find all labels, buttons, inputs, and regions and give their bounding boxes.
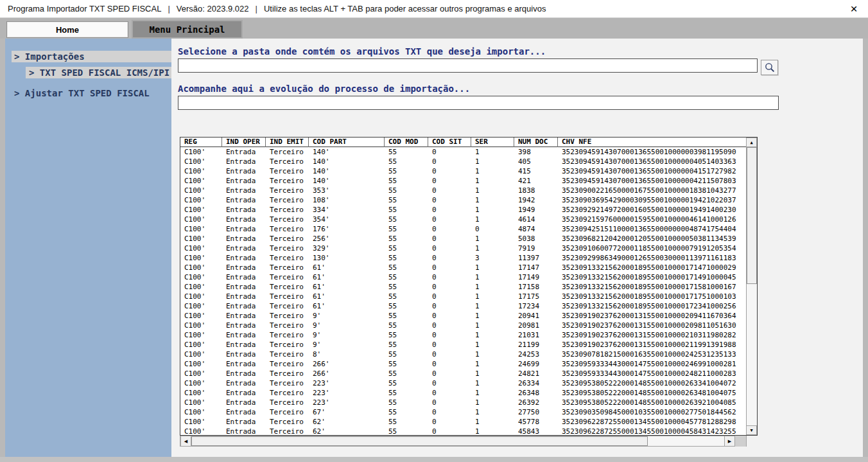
- table-cell: 3523091332156200018955001000017158100016…: [558, 282, 746, 292]
- sidebar-item-ajustar-txt-sped-fiscal[interactable]: > Ajustar TXT SPED FISCAL: [12, 87, 171, 99]
- table-row[interactable]: C100'EntradaTerceiro334'5501194935230929…: [180, 205, 746, 215]
- table-cell: 1: [471, 272, 514, 282]
- table-row[interactable]: C100'EntradaTerceiro62'55014584335230962…: [180, 427, 746, 436]
- table-row[interactable]: C100'EntradaTerceiro176'5500487435230942…: [180, 224, 746, 234]
- column-header[interactable]: NUM DOC: [514, 138, 558, 147]
- table-cell: 55: [385, 272, 428, 282]
- tab-home[interactable]: Home: [6, 21, 128, 38]
- table-row[interactable]: C100'EntradaTerceiro9'550120941352309190…: [180, 311, 746, 321]
- table-cell: 256': [309, 234, 385, 244]
- table-cell: 55: [385, 427, 428, 436]
- table-cell: 55: [385, 176, 428, 186]
- table-cell: Terceiro: [266, 292, 309, 301]
- column-header[interactable]: SER: [471, 138, 514, 147]
- table-row[interactable]: C100'EntradaTerceiro223'5501263483523095…: [180, 388, 746, 398]
- table-cell: 9': [309, 311, 385, 321]
- table-row[interactable]: C100'EntradaTerceiro266'5501248213523095…: [180, 369, 746, 378]
- table-cell: 1: [471, 321, 514, 330]
- table-cell: C100': [180, 350, 222, 359]
- table-cell: 0: [428, 186, 471, 195]
- scroll-up-button[interactable]: ▲: [746, 138, 757, 147]
- table-cell: Terceiro: [266, 417, 309, 427]
- column-header[interactable]: COD PART: [309, 138, 385, 147]
- table-row[interactable]: C100'EntradaTerceiro8'550124253352309078…: [180, 350, 746, 359]
- table-row[interactable]: C100'EntradaTerceiro61'55011714735230913…: [180, 263, 746, 272]
- table-cell: Entrada: [222, 166, 266, 176]
- browse-folder-button[interactable]: [761, 60, 778, 75]
- scroll-right-button[interactable]: ▶: [724, 436, 735, 447]
- table-cell: 3523090781821500016355001000024253123513…: [558, 350, 746, 359]
- table-cell: 3523095933344300014755001000024821100028…: [558, 369, 746, 378]
- table-row[interactable]: C100'EntradaTerceiro256'5501503835230968…: [180, 234, 746, 244]
- table-cell: 3523090369542900030955001000001942102203…: [558, 195, 746, 205]
- table-cell: C100': [180, 186, 222, 195]
- table-row[interactable]: C100'EntradaTerceiro61'55011714935230913…: [180, 272, 746, 282]
- table-row[interactable]: C100'EntradaTerceiro61'55011715835230913…: [180, 282, 746, 292]
- table-row[interactable]: C100'EntradaTerceiro353'5501183835230900…: [180, 186, 746, 195]
- column-header[interactable]: IND EMIT: [266, 138, 309, 147]
- table-cell: 24821: [514, 369, 558, 378]
- table-cell: 17158: [514, 282, 558, 292]
- table-row[interactable]: C100'EntradaTerceiro67'55012775035230903…: [180, 407, 746, 417]
- column-header[interactable]: REG: [180, 138, 222, 147]
- table-cell: 55: [385, 388, 428, 398]
- table-cell: 61': [309, 301, 385, 311]
- table-row[interactable]: C100'EntradaTerceiro61'55011723435230913…: [180, 301, 746, 311]
- scroll-down-button[interactable]: ▼: [746, 425, 757, 435]
- sidebar-item-txt-sped-fiscal-icms-ipi[interactable]: > TXT SPED FISCAL ICMS/IPI: [26, 67, 171, 78]
- table-row[interactable]: C100'EntradaTerceiro140'5501421352309459…: [180, 176, 746, 186]
- folder-path-input[interactable]: [178, 58, 758, 73]
- table-row[interactable]: C100'EntradaTerceiro140'5501405352309459…: [180, 157, 746, 166]
- table-cell: 0: [428, 427, 471, 436]
- table-row[interactable]: C100'EntradaTerceiro9'550121199352309190…: [180, 340, 746, 350]
- table-cell: 61': [309, 282, 385, 292]
- table-cell: 55: [385, 205, 428, 215]
- table-cell: 55: [385, 359, 428, 369]
- progress-input[interactable]: [178, 96, 779, 110]
- table-cell: 20941: [514, 311, 558, 321]
- vertical-scrollbar-thumb[interactable]: [747, 147, 757, 284]
- table-cell: 3523091902376200013155001000020981105163…: [558, 321, 746, 330]
- column-header[interactable]: CHV NFE: [558, 138, 746, 147]
- table-row[interactable]: C100'EntradaTerceiro223'5501263923523095…: [180, 398, 746, 407]
- table-cell: C100': [180, 407, 222, 417]
- column-header[interactable]: COD MOD: [385, 138, 428, 147]
- horizontal-scrollbar[interactable]: ◀ ▶: [180, 436, 747, 447]
- tab-menu-principal[interactable]: Menu Principal: [132, 20, 243, 39]
- vertical-scrollbar[interactable]: ▲ ▼: [746, 138, 757, 435]
- table-row[interactable]: C100'EntradaTerceiro9'550120981352309190…: [180, 321, 746, 330]
- table-cell: C100': [180, 311, 222, 321]
- table-cell: 17175: [514, 292, 558, 301]
- table-cell: C100': [180, 166, 222, 176]
- table-cell: 55: [385, 234, 428, 244]
- table-row[interactable]: C100'EntradaTerceiro140'5501398352309459…: [180, 147, 746, 157]
- table-row[interactable]: C100'EntradaTerceiro329'5501791935230910…: [180, 244, 746, 253]
- table-cell: Entrada: [222, 388, 266, 398]
- table-row[interactable]: C100'EntradaTerceiro61'55011717535230913…: [180, 292, 746, 301]
- table-cell: 9': [309, 321, 385, 330]
- table-row[interactable]: C100'EntradaTerceiro62'55014577835230962…: [180, 417, 746, 427]
- scroll-left-icon: ◀: [184, 439, 187, 444]
- table-cell: 3523095380522200014855001000026334100407…: [558, 378, 746, 388]
- table-row[interactable]: C100'EntradaTerceiro130'5503113973523092…: [180, 253, 746, 263]
- horizontal-scrollbar-thumb[interactable]: [191, 436, 648, 446]
- table-row[interactable]: C100'EntradaTerceiro9'550121031352309190…: [180, 330, 746, 340]
- table-cell: 0: [428, 282, 471, 292]
- column-header[interactable]: COD SIT: [428, 138, 471, 147]
- sidebar-item-label: > Ajustar TXT SPED FISCAL: [14, 88, 150, 98]
- close-button[interactable]: ×: [846, 1, 862, 17]
- scroll-left-button[interactable]: ◀: [180, 436, 191, 447]
- table-row[interactable]: C100'EntradaTerceiro354'5501461435230921…: [180, 215, 746, 224]
- table-row[interactable]: C100'EntradaTerceiro140'5501415352309459…: [180, 166, 746, 176]
- table-cell: Terceiro: [266, 234, 309, 244]
- table-cell: 26348: [514, 388, 558, 398]
- table-row[interactable]: C100'EntradaTerceiro266'5501246993523095…: [180, 359, 746, 369]
- sidebar-item-importacoes[interactable]: > Importações: [12, 51, 171, 62]
- table-cell: Terceiro: [266, 195, 309, 205]
- table-cell: 3523091332156200018955001000017234100025…: [558, 301, 746, 311]
- column-header[interactable]: IND OPER: [222, 138, 266, 147]
- table-cell: Entrada: [222, 186, 266, 195]
- table-row[interactable]: C100'EntradaTerceiro108'5501194235230903…: [180, 195, 746, 205]
- table-row[interactable]: C100'EntradaTerceiro223'5501263343523095…: [180, 378, 746, 388]
- table-cell: 0: [428, 195, 471, 205]
